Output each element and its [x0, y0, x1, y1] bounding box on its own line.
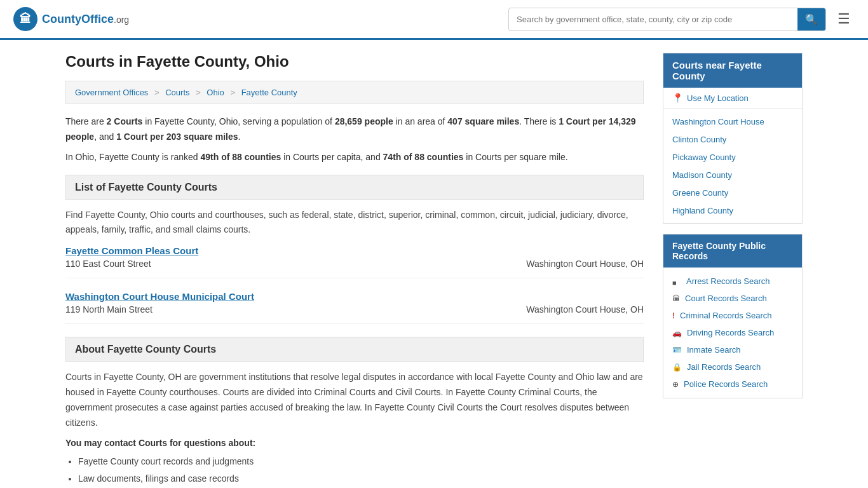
- rank-capita: 49th of 88 counties: [200, 152, 281, 162]
- nearby-item-highland: Highland County: [663, 201, 802, 219]
- public-record-police: ⊕ Police Records Search: [663, 376, 802, 393]
- about-text: Courts in Fayette County, OH are governm…: [65, 370, 644, 430]
- about-section-header: About Fayette County Courts: [65, 337, 644, 362]
- search-input[interactable]: [509, 10, 797, 29]
- courts-count: 2 Courts: [107, 116, 143, 126]
- contact-item-2: Law documents, filings and case records: [78, 470, 644, 487]
- breadcrumb-sep-2: >: [196, 88, 201, 97]
- per-sqmi: 1 Court per 203 square miles: [116, 132, 238, 142]
- breadcrumb-sep-1: >: [154, 88, 159, 97]
- stats-section: There are 2 Courts in Fayette County, Oh…: [65, 114, 644, 165]
- driving-records-icon: 🚗: [672, 329, 682, 337]
- public-record-inmate: 🪪 Inmate Search: [663, 341, 802, 358]
- page-title: Courts in Fayette County, Ohio: [65, 53, 644, 71]
- public-records-title-text: Fayette County Public Records: [672, 241, 766, 261]
- breadcrumb-sep-3: >: [230, 88, 235, 97]
- courts-description: Find Fayette County, Ohio courts and cou…: [65, 208, 644, 236]
- about-section: About Fayette County Courts Courts in Fa…: [65, 337, 644, 488]
- area: 407 square miles: [447, 116, 519, 126]
- sidebar: Courts near Fayette County 📍 Use My Loca…: [663, 53, 803, 488]
- content-area: Courts in Fayette County, Ohio Governmen…: [65, 53, 644, 488]
- nearby-list: Washington Court House Clinton County Pi…: [663, 109, 802, 223]
- court-address-1: 110 East Court Street: [65, 259, 151, 269]
- criminal-records-link[interactable]: Criminal Records Search: [680, 311, 772, 320]
- breadcrumb-government-offices[interactable]: Government Offices: [75, 88, 148, 97]
- court-details-2: 119 North Main Street Washington Court H…: [65, 304, 644, 315]
- main-container: Courts in Fayette County, Ohio Governmen…: [53, 40, 815, 488]
- pin-icon: 📍: [672, 93, 683, 103]
- public-record-court: 🏛 Court Records Search: [663, 290, 802, 307]
- search-button[interactable]: 🔍: [797, 8, 825, 30]
- court-city-1: Washington Court House, OH: [526, 259, 644, 269]
- nearby-link-greene[interactable]: Greene County: [672, 188, 728, 198]
- nearby-link-clinton[interactable]: Clinton County: [672, 135, 726, 144]
- inmate-search-link[interactable]: Inmate Search: [687, 345, 741, 355]
- nearby-link-madison[interactable]: Madison County: [672, 170, 732, 180]
- search-bar: 🔍: [508, 8, 826, 31]
- court-records-icon: 🏛: [672, 294, 680, 303]
- inmate-search-icon: 🪪: [672, 346, 682, 355]
- logo-wordmark: CountyOffice.org: [42, 13, 129, 26]
- stats-line1: There are 2 Courts in Fayette County, Oh…: [65, 114, 644, 145]
- header-search-area: 🔍 ☰: [508, 8, 855, 31]
- population: 28,659 people: [335, 116, 393, 126]
- logo-county: CountyOffice: [42, 13, 114, 25]
- nearby-link-highland[interactable]: Highland County: [672, 206, 733, 215]
- site-header: 🏛 CountyOffice.org 🔍 ☰: [0, 0, 868, 40]
- public-records-title: Fayette County Public Records: [663, 234, 802, 268]
- nearby-link-washington[interactable]: Washington Court House: [672, 117, 764, 126]
- police-records-icon: ⊕: [672, 380, 679, 389]
- public-record-driving: 🚗 Driving Records Search: [663, 324, 802, 341]
- use-location-link[interactable]: Use My Location: [687, 93, 749, 103]
- police-records-link[interactable]: Police Records Search: [684, 379, 768, 389]
- logo-icon: 🏛: [13, 6, 38, 32]
- arrest-records-icon: [672, 277, 681, 286]
- list-section-header: List of Fayette County Courts: [65, 175, 644, 200]
- logo[interactable]: 🏛 CountyOffice.org: [13, 6, 129, 32]
- logo-org: .org: [114, 15, 129, 25]
- court-address-2: 119 North Main Street: [65, 304, 153, 315]
- contact-heading: You may contact Courts for questions abo…: [65, 438, 644, 448]
- nearby-item-madison: Madison County: [663, 166, 802, 184]
- court-name-1[interactable]: Fayette Common Pleas Court: [65, 245, 644, 256]
- stats-line2: In Ohio, Fayette County is ranked 49th o…: [65, 150, 644, 165]
- public-records-section: Fayette County Public Records Arrest Rec…: [663, 234, 803, 398]
- nearby-item-clinton: Clinton County: [663, 130, 802, 148]
- breadcrumb-ohio[interactable]: Ohio: [207, 88, 224, 97]
- breadcrumb-courts[interactable]: Courts: [165, 88, 189, 97]
- driving-records-link[interactable]: Driving Records Search: [687, 328, 774, 337]
- nearby-item-pickaway: Pickaway County: [663, 148, 802, 166]
- nearby-link-pickaway[interactable]: Pickaway County: [672, 152, 736, 162]
- menu-button[interactable]: ☰: [832, 8, 855, 30]
- court-city-2: Washington Court House, OH: [526, 304, 644, 315]
- criminal-records-icon: !: [672, 311, 675, 320]
- contact-item-1: Fayette County court records and judgmen…: [78, 453, 644, 470]
- svg-text:🏛: 🏛: [20, 12, 31, 25]
- use-location-row: 📍 Use My Location: [663, 88, 802, 109]
- nearby-courts-section: Courts near Fayette County 📍 Use My Loca…: [663, 53, 803, 224]
- court-name-2[interactable]: Washington Court House Municipal Court: [65, 291, 644, 302]
- breadcrumb: Government Offices > Courts > Ohio > Fay…: [65, 81, 644, 104]
- contact-list: Fayette County court records and judgmen…: [65, 453, 644, 488]
- nearby-item-greene: Greene County: [663, 184, 802, 201]
- rank-sqmi: 74th of 88 counties: [383, 152, 464, 162]
- public-record-arrest: Arrest Records Search: [663, 273, 802, 290]
- nearby-courts-title: Courts near Fayette County: [663, 53, 802, 88]
- public-records-list: Arrest Records Search 🏛 Court Records Se…: [663, 268, 802, 398]
- court-item-1: Fayette Common Pleas Court 110 East Cour…: [65, 245, 644, 278]
- nearby-item-washington: Washington Court House: [663, 112, 802, 130]
- court-records-link[interactable]: Court Records Search: [685, 294, 767, 303]
- public-record-criminal: ! Criminal Records Search: [663, 307, 802, 324]
- public-record-jail: 🔒 Jail Records Search: [663, 358, 802, 376]
- arrest-records-link[interactable]: Arrest Records Search: [686, 276, 770, 286]
- breadcrumb-fayette-county[interactable]: Fayette County: [241, 88, 297, 97]
- jail-records-link[interactable]: Jail Records Search: [687, 362, 761, 372]
- court-details-1: 110 East Court Street Washington Court H…: [65, 259, 644, 269]
- jail-records-icon: 🔒: [672, 363, 682, 372]
- court-item-2: Washington Court House Municipal Court 1…: [65, 291, 644, 324]
